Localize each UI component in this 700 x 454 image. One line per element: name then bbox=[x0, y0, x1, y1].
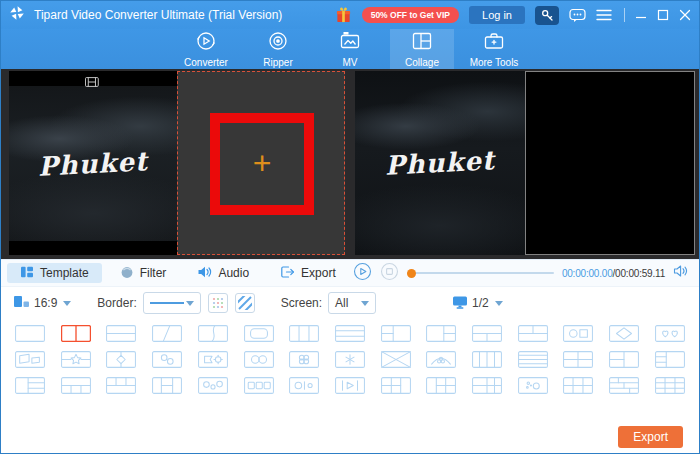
page-caret-icon[interactable] bbox=[495, 301, 503, 306]
app-window: Tipard Video Converter Ultimate (Trial V… bbox=[0, 0, 700, 454]
template-option-clover[interactable] bbox=[289, 351, 319, 368]
aspect-ratio-value[interactable]: 16:9 bbox=[34, 296, 57, 310]
tab-template[interactable]: Template bbox=[7, 263, 102, 283]
seek-track bbox=[407, 272, 554, 274]
template-option-rows3[interactable] bbox=[335, 325, 365, 342]
template-option-star-band[interactable] bbox=[61, 351, 91, 368]
add-video-button[interactable]: + bbox=[253, 147, 272, 179]
border-style-dropdown[interactable] bbox=[143, 292, 201, 314]
tab-audio[interactable]: Audio bbox=[184, 263, 262, 283]
screen-select[interactable]: All bbox=[328, 292, 376, 314]
tab-more-tools[interactable]: More Tools bbox=[462, 29, 526, 69]
collage-cell-video[interactable]: Phuket bbox=[9, 71, 177, 255]
template-option-dots-circle[interactable] bbox=[518, 377, 548, 394]
template-option-left2-rightbig[interactable] bbox=[655, 351, 685, 368]
template-option-left1-right2[interactable] bbox=[426, 325, 456, 342]
total-time: 00:00:59.11 bbox=[615, 268, 665, 279]
tab-converter[interactable]: Converter bbox=[174, 29, 238, 69]
template-option-diag[interactable] bbox=[152, 325, 182, 342]
export-button[interactable]: Export bbox=[618, 426, 683, 448]
template-option-single[interactable] bbox=[15, 325, 45, 342]
template-option-left1-right3[interactable] bbox=[15, 377, 45, 394]
video-title-overlay: Phuket bbox=[37, 146, 148, 182]
template-option-circle-square[interactable] bbox=[563, 325, 593, 342]
footer-bar: Export bbox=[1, 403, 699, 454]
template-option-split-v2-selected[interactable] bbox=[61, 325, 91, 342]
preview-stage: Phuket + Phuket bbox=[1, 69, 699, 259]
border-hatch-button[interactable] bbox=[235, 293, 255, 313]
stop-button[interactable] bbox=[380, 262, 399, 285]
template-option-grid-left-split[interactable] bbox=[609, 351, 639, 368]
template-option-top1-bottom2[interactable] bbox=[472, 325, 502, 342]
seek-knob[interactable] bbox=[407, 269, 416, 278]
close-button[interactable] bbox=[679, 9, 691, 21]
vip-offer-badge[interactable]: 50% OFF to Get VIP bbox=[362, 7, 459, 23]
page-indicator[interactable]: 1/2 bbox=[472, 296, 489, 310]
playback-controls: 00:00:00.00/00:00:59.11 bbox=[353, 260, 689, 286]
template-option-grid-rows3-split[interactable] bbox=[609, 377, 639, 394]
template-option-spark[interactable] bbox=[335, 351, 365, 368]
tab-export[interactable]: Export bbox=[267, 263, 349, 283]
template-option-circle-bar-circle[interactable] bbox=[289, 377, 319, 394]
template-option-curve[interactable] bbox=[198, 325, 228, 342]
template-option-rows4[interactable] bbox=[518, 351, 548, 368]
template-option-grid3x2[interactable] bbox=[563, 377, 593, 394]
collage-icon bbox=[411, 30, 433, 54]
register-key-button[interactable] bbox=[535, 6, 559, 25]
tab-label: Collage bbox=[405, 57, 439, 68]
collage-cell-empty-selected[interactable]: + bbox=[177, 71, 345, 255]
template-option-inset-round[interactable] bbox=[244, 325, 274, 342]
login-button[interactable]: Log in bbox=[469, 6, 525, 24]
template-option-top1-bottom3[interactable] bbox=[61, 377, 91, 394]
feedback-icon[interactable] bbox=[569, 8, 586, 23]
template-option-grid2x2[interactable] bbox=[563, 351, 593, 368]
menu-icon[interactable] bbox=[596, 9, 612, 21]
tab-ripper[interactable]: Ripper bbox=[246, 29, 310, 69]
tab-mv[interactable]: MV bbox=[318, 29, 382, 69]
template-option-skew-rects[interactable] bbox=[15, 351, 45, 368]
template-option-hearts[interactable] bbox=[655, 325, 685, 342]
template-option-diamond-inset[interactable] bbox=[609, 325, 639, 342]
screen-label: Screen: bbox=[281, 296, 322, 310]
template-option-flag-gear[interactable] bbox=[198, 351, 228, 368]
tab-label: Audio bbox=[218, 266, 249, 280]
aspect-caret-icon[interactable] bbox=[63, 301, 71, 306]
tab-label: MV bbox=[343, 57, 358, 68]
template-option-circles3[interactable] bbox=[198, 377, 228, 394]
aspect-ratio-icon bbox=[13, 293, 30, 313]
template-option-circles2-offset[interactable] bbox=[152, 351, 182, 368]
template-option-top2-bottom1[interactable] bbox=[518, 325, 548, 342]
gift-icon[interactable] bbox=[335, 6, 352, 24]
timecode: 00:00:00.00/00:00:59.11 bbox=[562, 268, 665, 279]
template-option-diamond-pin[interactable] bbox=[106, 351, 136, 368]
template-row bbox=[15, 377, 685, 394]
border-color-button[interactable] bbox=[208, 293, 228, 313]
template-option-grid2x3-left[interactable] bbox=[381, 377, 411, 394]
template-option-grid2x2-wide[interactable] bbox=[472, 377, 502, 394]
play-button[interactable] bbox=[353, 262, 372, 285]
tab-collage[interactable]: Collage bbox=[390, 29, 454, 69]
template-option-circles2[interactable] bbox=[244, 351, 274, 368]
tab-filter[interactable]: Filter bbox=[107, 263, 180, 283]
template-option-squares3[interactable] bbox=[244, 377, 274, 394]
template-option-cols4[interactable] bbox=[472, 351, 502, 368]
template-option-cols3[interactable] bbox=[289, 325, 319, 342]
video-thumbnail: Phuket bbox=[9, 86, 177, 241]
minimize-button[interactable] bbox=[635, 9, 647, 21]
converter-icon bbox=[195, 30, 217, 54]
volume-icon[interactable] bbox=[673, 264, 689, 282]
template-option-top3-bottom1[interactable] bbox=[106, 377, 136, 394]
template-option-arrows-lr[interactable] bbox=[335, 377, 365, 394]
template-option-grid3x3[interactable] bbox=[655, 377, 685, 394]
seek-slider[interactable] bbox=[407, 269, 554, 278]
template-option-h-layout[interactable] bbox=[152, 377, 182, 394]
template-option-split-h2[interactable] bbox=[106, 325, 136, 342]
border-caret-icon bbox=[186, 301, 194, 306]
film-strip-icon bbox=[85, 73, 99, 91]
template-option-grid2x3-right[interactable] bbox=[426, 377, 456, 394]
maximize-button[interactable] bbox=[657, 9, 669, 21]
template-option-left2-right1[interactable] bbox=[381, 325, 411, 342]
template-option-x-split[interactable] bbox=[381, 351, 411, 368]
template-option-arch-cross[interactable] bbox=[426, 351, 456, 368]
filter-icon bbox=[120, 265, 134, 282]
